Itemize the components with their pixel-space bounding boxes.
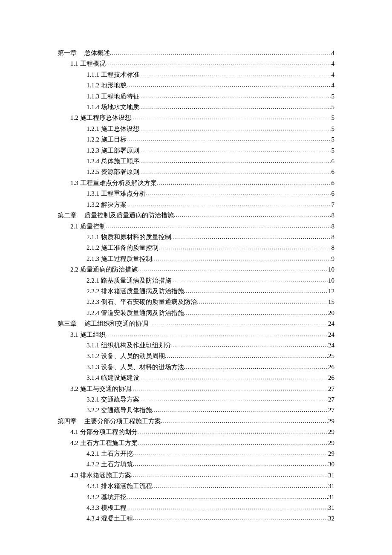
toc-leader-dots (146, 188, 331, 199)
toc-entry[interactable]: 1.1 工程概况4 (58, 58, 334, 69)
toc-title: 4.2.2 土石方填筑 (86, 459, 133, 469)
toc-entry[interactable]: 3.2 施工与交通的协调27 (58, 384, 334, 394)
toc-leader-dots (161, 416, 328, 426)
toc-title: 1.2.5 资源部署原则 (86, 167, 139, 177)
toc-title: 3.2.2 交通疏导具体措施 (86, 405, 152, 415)
toc-entry[interactable]: 2.1.2 施工准备的质量控制8 (58, 243, 334, 253)
toc-entry[interactable]: 1.2.1 施工总体设想5 (58, 124, 334, 134)
toc-title: 2.2 质量通病的防治措施 (70, 264, 138, 275)
toc-title: 1.3.1 工程重难点分析 (86, 188, 146, 199)
toc-page-number: 5 (331, 91, 335, 101)
toc-entry[interactable]: 1.3.2 解决方案7 (58, 199, 334, 210)
toc-leader-dots (131, 470, 329, 480)
toc-entry[interactable]: 2.2.4 管道安装质量通病及防治措施20 (58, 308, 334, 318)
toc-entry[interactable]: 4.3.1 排水箱涵施工流程31 (58, 481, 334, 491)
toc-title: 2.1 质量控制 (70, 221, 106, 231)
toc-chapter-label: 第一章 (58, 48, 77, 58)
toc-leader-dots (152, 254, 331, 264)
toc-entry[interactable]: 3.2.2 交通疏导具体措施27 (58, 405, 334, 416)
toc-title: 总体概述 (84, 48, 110, 58)
toc-entry[interactable]: 1.2.4 总体施工顺序6 (58, 156, 334, 167)
toc-entry[interactable]: 3.1.4 临建设施建设26 (58, 373, 334, 383)
toc-entry[interactable]: 2.2.1 路基质量通病及防治措施10 (58, 275, 334, 286)
toc-title: 1.3 工程重难点分析及解决方案 (70, 178, 157, 188)
toc-leader-dots (138, 427, 329, 437)
toc-entry[interactable]: 1.2.2 施工目标5 (58, 134, 334, 145)
toc-title: 3.1.4 临建设施建设 (86, 373, 139, 383)
toc-leader-dots (157, 178, 331, 188)
toc-page-number: 27 (328, 384, 334, 394)
toc-page-number: 7 (331, 199, 335, 210)
toc-entry[interactable]: 4.3.2 基坑开挖31 (58, 492, 334, 503)
toc-title: 1.3.2 解决方案 (86, 199, 127, 210)
toc-entry[interactable]: 2.2 质量通病的防治措施10 (58, 264, 334, 275)
toc-entry[interactable]: 第二章质量控制及质量通病的防治措施8 (58, 210, 334, 221)
toc-entry[interactable]: 4.2 土石方工程施工方案29 (58, 438, 334, 448)
toc-leader-dots (139, 145, 331, 156)
toc-leader-dots (127, 134, 331, 145)
toc-page-number: 10 (328, 275, 334, 286)
toc-title: 1.1.4 场地水文地质 (86, 102, 139, 112)
toc-page-number: 8 (331, 210, 335, 220)
toc-entry[interactable]: 4.3 排水箱涵施工方案31 (58, 470, 334, 481)
toc-entry[interactable]: 4.2.2 土石方填筑30 (58, 459, 334, 470)
toc-entry[interactable]: 1.1.3 工程地质特征5 (58, 91, 334, 102)
toc-entry[interactable]: 1.3 工程重难点分析及解决方案6 (58, 178, 334, 188)
toc-entry[interactable]: 3.1.2 设备、人员的动员周期25 (58, 351, 334, 361)
toc-leader-dots (127, 199, 331, 210)
toc-entry[interactable]: 3.1.3 设备、人员、材料的进场方法26 (58, 362, 334, 373)
toc-entry[interactable]: 1.2.3 施工部署原则5 (58, 145, 334, 156)
toc-leader-dots (139, 102, 331, 112)
toc-entry[interactable]: 1.2 施工程序总体设想5 (58, 113, 334, 123)
toc-title: 2.1.2 施工准备的质量控制 (86, 243, 159, 253)
toc-entry[interactable]: 2.1 质量控制8 (58, 221, 334, 232)
toc-title: 4.1 分部分项工程的划分 (70, 427, 138, 437)
toc-leader-dots (127, 503, 328, 513)
toc-page-number: 31 (328, 481, 334, 491)
toc-page-number: 9 (331, 254, 335, 264)
toc-title: 质量控制及质量通病的防治措施 (84, 210, 174, 220)
toc-page-number: 8 (331, 221, 335, 231)
toc-entry[interactable]: 第四章主要分部分项工程施工方案29 (58, 416, 334, 427)
toc-title: 4.3.4 混凝土工程 (86, 513, 133, 523)
toc-entry[interactable]: 3.1 施工组织24 (58, 330, 334, 340)
toc-entry[interactable]: 4.3.4 混凝土工程32 (58, 513, 334, 524)
toc-page-number: 6 (331, 156, 335, 166)
toc-entry[interactable]: 1.1.1 工程技术标准4 (58, 69, 334, 80)
toc-entry[interactable]: 4.2.1 土石方开挖29 (58, 448, 334, 459)
toc-leader-dots (197, 297, 328, 307)
toc-leader-dots (139, 156, 331, 166)
toc-page-number: 32 (328, 513, 334, 523)
toc-page-number: 4 (331, 48, 335, 58)
toc-page-number: 26 (328, 373, 334, 383)
toc-entry[interactable]: 2.2.3 侧石、平石安砌的质量通病及防治15 (58, 297, 334, 307)
toc-entry[interactable]: 4.3.3 模板工程31 (58, 503, 334, 513)
toc-page-number: 12 (328, 286, 334, 296)
toc-leader-dots (165, 351, 328, 361)
toc-entry[interactable]: 2.1.1 物质和原材料的质量控制8 (58, 232, 334, 243)
toc-leader-dots (138, 264, 329, 275)
toc-page-number: 15 (328, 297, 334, 307)
toc-entry[interactable]: 1.3.1 工程重难点分析6 (58, 188, 334, 199)
toc-entry[interactable]: 1.2.5 资源部署原则6 (58, 167, 334, 177)
toc-entry[interactable]: 3.1.1 组织机构及作业班组划分24 (58, 340, 334, 351)
toc-title: 2.2.4 管道安装质量通病及防治措施 (86, 308, 184, 318)
toc-leader-dots (171, 340, 328, 350)
toc-entry[interactable]: 4.1 分部分项工程的划分29 (58, 427, 334, 437)
toc-entry[interactable]: 第三章施工组织和交通的协调24 (58, 318, 334, 329)
toc-entry[interactable]: 2.1.3 施工过程质量控制9 (58, 254, 334, 264)
toc-page-number: 29 (328, 416, 334, 426)
toc-leader-dots (184, 362, 328, 372)
toc-page-number: 5 (331, 124, 335, 134)
toc-title: 4.2.1 土石方开挖 (86, 448, 133, 459)
toc-entry[interactable]: 1.1.4 场地水文地质5 (58, 102, 334, 113)
toc-page-number: 4 (331, 58, 335, 69)
toc-page-number: 30 (328, 459, 334, 469)
toc-leader-dots (139, 124, 331, 134)
toc-entry[interactable]: 2.2.2 排水箱涵质量通病及防治措施12 (58, 286, 334, 297)
toc-leader-dots (148, 318, 328, 329)
toc-entry[interactable]: 1.1.2 地形地貌4 (58, 80, 334, 91)
toc-entry[interactable]: 3.2.1 交通疏导方案27 (58, 394, 334, 405)
toc-entry[interactable]: 第一章总体概述4 (58, 48, 334, 58)
toc-page-number: 4 (331, 80, 335, 90)
